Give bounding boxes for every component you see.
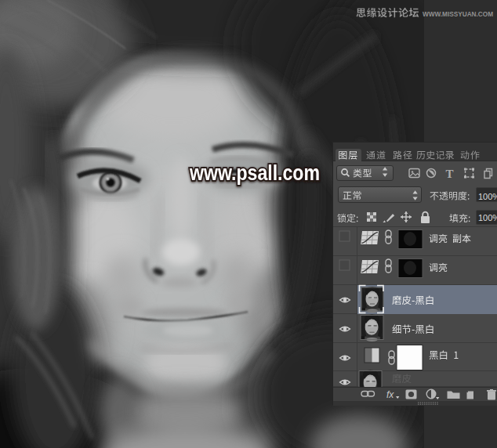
svg-text:T: T — [446, 168, 454, 180]
svg-text:100%: 100% — [478, 213, 497, 222]
svg-text:fx: fx — [386, 389, 394, 400]
svg-text:100%: 100% — [478, 192, 497, 201]
svg-text:www.psall.com: www.psall.com — [189, 160, 320, 185]
